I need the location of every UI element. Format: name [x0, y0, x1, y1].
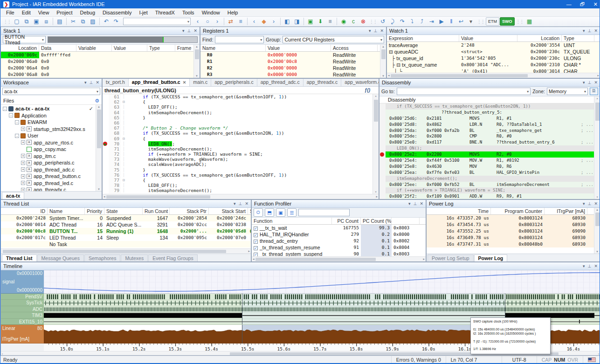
search-next-icon[interactable]: ›	[213, 17, 222, 26]
fold-margin[interactable]: │	[121, 115, 127, 120]
column-header-name[interactable]: Name	[48, 208, 85, 214]
breakpoint-margin[interactable]: ▶	[103, 141, 109, 146]
column-header-data[interactable]: Data	[39, 45, 76, 51]
column-header-frame[interactable]: Frame	[175, 45, 194, 51]
checkbox-icon[interactable]: ✓	[254, 227, 258, 231]
disasm-goto-input[interactable]: ▾	[397, 88, 531, 95]
panel-close-button[interactable]: ✕	[380, 28, 384, 33]
enable-profiler-icon[interactable]: ⏻	[254, 208, 263, 217]
column-header-value[interactable]: Value	[112, 45, 147, 51]
table-row[interactable]: 0x2000'06a80x0	[1, 71, 200, 78]
open-file-icon[interactable]: ⧉	[22, 17, 31, 26]
powerlog-tab-power-log[interactable]: Power Log	[474, 254, 508, 261]
stack-thread-selector[interactable]: BUTTON Thread▾	[3, 36, 46, 43]
panel-close-button[interactable]: ✕	[96, 80, 99, 85]
menu-view[interactable]: View	[34, 9, 53, 16]
workspace-tab[interactable]: aca-tx	[2, 192, 24, 199]
step-over-icon[interactable]: ↷	[398, 17, 407, 26]
disassembly-line[interactable]: 0x800'25da:0xf000 0xfa2bBL_txe_semaphore…	[379, 128, 600, 134]
column-header-pc-count[interactable]: PC Count	[332, 218, 361, 224]
panel-menu-button[interactable]: ▾	[583, 28, 585, 33]
close-tab-icon[interactable]: ✕	[183, 80, 186, 85]
table-row[interactable]: 0x2000'06a00x0	[1, 58, 200, 65]
powerlog-tab-power-log-setup[interactable]: Power Log Setup	[428, 254, 474, 261]
fold-margin[interactable]: │	[121, 151, 127, 157]
table-row[interactable]: ✓_tx_thread_system_suspend900.10x8003	[252, 251, 426, 256]
table-row[interactable]: ⊟ queueADC<struct>0x2000'230cTX_QUEUE	[387, 48, 600, 55]
clear-icon[interactable]: ⬒	[265, 208, 274, 217]
save-all-icon[interactable]: ⧈	[41, 17, 51, 26]
disassembly-margin[interactable]	[379, 116, 386, 122]
menu-file[interactable]: File	[2, 9, 18, 16]
tree-expander-icon[interactable]: +	[21, 167, 25, 172]
registers-find-input[interactable]: ▾	[215, 36, 264, 43]
table-row[interactable]: ✓thread_adc_entry920.10x8002	[252, 238, 426, 244]
power-setup-icon[interactable]: ▦	[525, 17, 534, 26]
table-row[interactable]: ├ ⊟ tx_queue_name0x800'3014 "ADC...0x200…	[387, 62, 600, 68]
bookmark-icon[interactable]: ◆	[259, 17, 269, 26]
etm-button[interactable]: ETM	[486, 17, 499, 26]
disassembly-line[interactable]: if (++waveform > TRIANGLE) waveform = SI…	[379, 187, 600, 193]
disassembly-line[interactable]: 0x800'25de:0x2800CMPR0, #0	[379, 133, 600, 139]
tree-item-app-threadx-c[interactable]: +app_threadx.c	[1, 186, 102, 191]
save-icon[interactable]: ▣	[276, 208, 285, 217]
table-row[interactable]: 16s 473357.20 us0x800312468930	[427, 215, 600, 221]
paste-icon[interactable]: ▨	[88, 17, 97, 26]
print-icon[interactable]: ▤	[55, 17, 64, 26]
breakpoint-margin[interactable]	[103, 115, 109, 120]
disassembly-margin[interactable]	[379, 139, 386, 145]
fold-margin[interactable]: │	[121, 94, 127, 99]
fold-margin[interactable]: │	[121, 172, 127, 178]
table-row[interactable]: │ └ 'A' (0x41)0x800'3014CHAR	[387, 68, 600, 73]
table-row[interactable]: 16s 473454.73 us0x800312468930	[427, 221, 600, 228]
panel-pin-button[interactable]: ⊥	[588, 264, 592, 268]
disassembly-line[interactable]: 0x800'25ea:0xf7fe 0xfe03BLHAL_GPIO_Write…	[379, 170, 600, 176]
disassembly-margin[interactable]	[379, 158, 386, 164]
breakpoint-margin[interactable]	[103, 151, 109, 157]
column-header-col[interactable]	[392, 218, 420, 224]
disassembly-margin[interactable]	[379, 122, 386, 128]
threads-tab-thread-list[interactable]: Thread List	[2, 254, 37, 261]
workspace-vscrollbar[interactable]: ▴▾	[96, 105, 102, 191]
prev-bookmark-icon[interactable]: ‹	[249, 17, 259, 26]
panel-menu-button[interactable]: ▾	[583, 264, 585, 268]
panel-menu-button[interactable]: ▾	[234, 201, 236, 206]
menu-window[interactable]: Window	[198, 9, 224, 16]
vertical-scrollbar[interactable]: ▴▾	[193, 45, 200, 78]
breakpoint-margin[interactable]	[103, 136, 109, 141]
editor-vscrollbar[interactable]: ▴▾	[372, 94, 379, 194]
threads-tab-message-queues[interactable]: Message Queues	[37, 254, 84, 261]
code-editor[interactable]: 61│ if (TX_SUCCESS == tx_semaphore_get(&…	[103, 94, 379, 194]
disassembly-margin[interactable]	[379, 170, 386, 176]
search-prev-icon[interactable]: ‹	[193, 17, 202, 26]
column-header-stack-ptr[interactable]: Stack Ptr	[170, 208, 209, 214]
tree-expander-icon[interactable]: -	[15, 120, 19, 124]
disassembly-line[interactable]: 0x800'25e4:0xf44f 0x5100MOV.WR1, #8192; …	[379, 158, 600, 164]
menu-i-jet[interactable]: I-jet	[135, 9, 151, 16]
breakpoint-margin[interactable]	[103, 125, 109, 130]
tree-expander-icon[interactable]: +	[21, 174, 25, 179]
table-row[interactable]: 0x2000'06a40x0	[1, 65, 200, 71]
column-header-pc-count-[interactable]: PC Count (%)	[361, 218, 392, 224]
panel-menu-button[interactable]: ▾	[369, 28, 371, 33]
watch-hscrollbar[interactable]: ◂▸	[387, 73, 600, 78]
disassembly-line[interactable]: 0x800'25d8:0x4862LDR.NR0, ??DataTable1_1…	[379, 122, 600, 128]
menu-tools[interactable]: Tools	[179, 9, 198, 16]
disassembly-margin[interactable]	[379, 133, 386, 139]
table-row[interactable]: ✓HAL_TIM_IRQHandler2790.20x8000	[252, 231, 426, 238]
disassembly-margin[interactable]	[379, 193, 386, 199]
disassembly-line[interactable]: if (TX_SUCCESS == tx_semaphore_get(&semB…	[379, 103, 600, 110]
breakpoint-margin[interactable]	[103, 157, 109, 162]
toggle-header-icon[interactable]: ◧	[283, 17, 292, 26]
step-out-icon[interactable]: ⤴	[417, 17, 427, 26]
breakpoint-margin[interactable]	[103, 120, 109, 125]
panel-close-button[interactable]: ✕	[594, 80, 598, 85]
stop-debug-icon[interactable]: ↩	[456, 17, 466, 26]
fold-margin[interactable]: │	[121, 162, 127, 167]
editor-tab-tx-port-h[interactable]: tx_port.h	[103, 79, 129, 86]
breakpoint-margin[interactable]	[103, 99, 109, 104]
disassembly-line[interactable]: 0x800'25ee:0xf000 0xfb52BLitmSemaphoreDe…	[379, 182, 600, 188]
run-to-cursor-icon[interactable]: ▶	[437, 17, 446, 26]
fold-margin[interactable]: │	[121, 157, 127, 162]
panel-pin-button[interactable]: ⊥	[588, 80, 592, 85]
